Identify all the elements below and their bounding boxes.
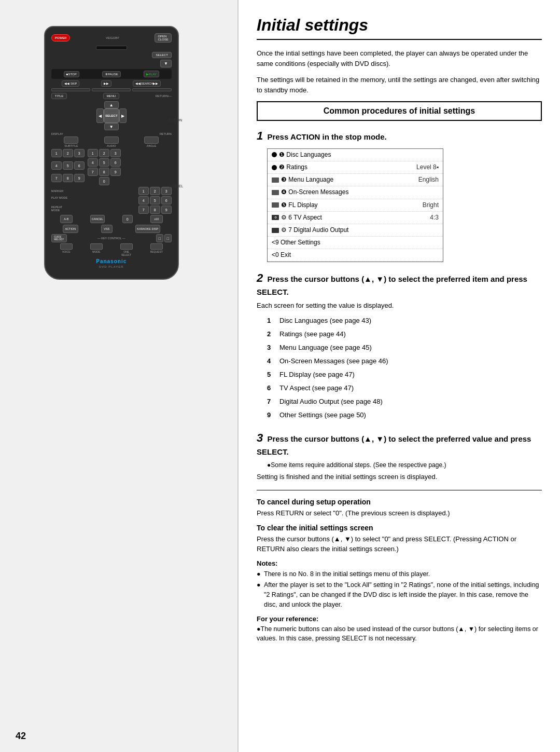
- power-button: POWER: [51, 34, 71, 42]
- guide-mem-row: GUIDEMELODY — KEY CONTROL — □ □: [51, 234, 172, 242]
- bullet-1: ●: [257, 569, 262, 579]
- bullet-2: ●: [257, 580, 262, 609]
- ge10-button: ≥10: [150, 215, 163, 223]
- list-num-3: 3: [267, 341, 275, 354]
- cancel-side-label: CANCEL: [169, 184, 183, 188]
- cancel-button: CANCEL: [90, 215, 105, 223]
- num-5-right: 5: [99, 158, 109, 167]
- action-row: ACTION VSS KARAOKE DISP: [51, 225, 172, 233]
- menu-label-fl: ❺ FL Display: [281, 200, 318, 210]
- list-text-9: Other Settings (see page 50): [279, 408, 366, 422]
- marker-1: 1: [138, 187, 149, 195]
- reference-title: For your reference:: [257, 615, 542, 623]
- select-top-button: SELECT: [152, 52, 171, 58]
- num-6-right: 6: [110, 158, 121, 167]
- repeat-9: 9: [161, 206, 172, 214]
- dpad-select: SELECT: [104, 108, 119, 123]
- key-ctrl-1: □: [156, 234, 163, 242]
- list-num-6: 6: [267, 381, 275, 395]
- list-text-1: Disc Languages (see page 43): [279, 314, 371, 327]
- cancel-title: To cancel during setup operation: [257, 498, 542, 506]
- list-item-7: 7 Digital Audio Output (see page 48): [267, 395, 542, 408]
- veg-code-label: VEG2287: [106, 36, 119, 39]
- menu-screen: ❶ Disc Languages ❷ Ratings Level 8▪ ❸ Me…: [267, 148, 443, 263]
- num-8-left: 8: [63, 174, 73, 182]
- menu-row-exit: <0 Exit: [268, 249, 443, 262]
- list-text-2: Ratings (see page 44): [279, 327, 346, 341]
- list-num-2: 2: [267, 327, 275, 341]
- menu-row-tv-aspect: ⚙ ⚙ 6 TV Aspect 4:3: [268, 212, 443, 224]
- left-panel: POWER VEG2287 OPENCLOSE SELECT ▼ ■STOP ⏸…: [0, 0, 239, 752]
- title-menu-row: TITLE MENU RETURN—: [51, 93, 172, 99]
- menu-row-onscreen: ❹ On-Screen Messages: [268, 186, 443, 199]
- list-num-9: 9: [267, 408, 275, 422]
- dpad: ▲ ◀ SELECT ▶ ▼: [51, 101, 172, 130]
- list-item-9: 9 Other Settings (see page 50): [267, 408, 542, 422]
- menu-row-disc-lang: ❶ Disc Languages: [268, 149, 443, 161]
- num-4-left: 4: [51, 161, 62, 170]
- key-ctrl-2: □: [164, 234, 172, 242]
- menu-label-menu-lang: ❸ Menu Language: [281, 175, 333, 185]
- menu-label-exit: <0 Exit: [272, 250, 291, 260]
- transport-row: ■STOP ⏸PAUSE ▶PLAY: [51, 69, 172, 79]
- vss-button: VSS: [101, 225, 113, 233]
- skip-back-button: ◀◀ SKIP: [62, 80, 79, 87]
- list-item-3: 3 Menu Language (see page 45): [267, 341, 542, 354]
- num-7-left: 7: [51, 174, 62, 182]
- num-3-left: 3: [74, 149, 85, 157]
- menu-value-menu-lang: English: [418, 175, 439, 185]
- num-0-right: 0: [99, 177, 109, 185]
- num-4-right: 4: [88, 158, 98, 167]
- num-2-right: 2: [99, 149, 109, 157]
- list-item-6: 6 TV Aspect (see page 47): [267, 381, 542, 395]
- num-6-left: 6: [74, 161, 85, 170]
- repeat-7: 7: [138, 206, 149, 214]
- clear-subsection: To clear the initial settings screen Pre…: [257, 524, 542, 554]
- step-2-number: 2: [257, 271, 263, 284]
- notes-body: ● There is no No. 8 in the initial setti…: [257, 569, 542, 610]
- step-3-header: 3 Press the cursor buttons (▲, ▼) to sel…: [257, 430, 542, 457]
- menu-row-digital-audio: ⚙ 7 Digital Audio Output: [268, 224, 443, 237]
- step-1-header: 1 Press ACTION in the stop mode.: [257, 128, 542, 144]
- return-label: RETURN—: [156, 94, 172, 98]
- playmode-label: PLAY MODE: [51, 196, 68, 204]
- karaoke-disp-button: KARAOKE DISP: [135, 225, 160, 233]
- right-panel: Initial settings Once the intial setting…: [239, 0, 560, 752]
- down-arrow-button: ▼: [160, 60, 172, 67]
- step-2: 2 Press the cursor buttons (▲, ▼) to sel…: [257, 270, 542, 421]
- voice-row: VOICE MODE ONESELECT REQUEST: [51, 243, 172, 256]
- divider-1: [257, 490, 542, 490]
- list-item-1: 1 Disc Languages (see page 43): [267, 314, 542, 327]
- open-close-button: OPENCLOSE: [155, 33, 171, 43]
- dpad-down: ▼: [104, 123, 119, 130]
- menu-label-digital-audio: ⚙ 7 Digital Audio Output: [281, 225, 348, 235]
- menu-label-other: <9 Other Settings: [272, 238, 320, 248]
- action-side-label: ACTION: [169, 118, 183, 122]
- list-text-3: Menu Language (see page 45): [279, 341, 372, 354]
- display-label: DISPLAY: [51, 132, 63, 135]
- menu-row-menu-lang: ❸ Menu Language English: [268, 174, 443, 186]
- repeat-8: 8: [150, 206, 160, 214]
- sub-audio-angle-row: SUBTITLE AUDIO ANGLE: [51, 136, 172, 147]
- dpad-right: ▶: [119, 108, 127, 123]
- remote-control: POWER VEG2287 OPENCLOSE SELECT ▼ ■STOP ⏸…: [44, 26, 179, 280]
- audio-label: AUDIO: [104, 144, 119, 147]
- num-1-right: 1: [88, 149, 98, 157]
- note-text-2: After the player is set to the "Lock All…: [264, 580, 542, 609]
- reference-section: For your reference: ●The numeric buttons…: [257, 615, 542, 644]
- clear-title: To clear the initial settings screen: [257, 524, 542, 532]
- cancel-body: Press RETURN or select "0". (The previou…: [257, 508, 542, 518]
- intro-text-2: The settings will be retained in the mem…: [257, 75, 542, 95]
- voice-label: VOICE: [60, 250, 73, 253]
- intro-text-1: Once the intial settings have been compl…: [257, 48, 542, 69]
- page-number: 42: [16, 731, 26, 742]
- menu-label-disc-lang: ❶ Disc Languages: [279, 150, 331, 160]
- menu-label-ratings: ❷ Ratings: [279, 162, 307, 172]
- playmode-5: 5: [150, 196, 160, 204]
- skip-forward-button: ▶▶: [101, 80, 111, 87]
- menu-label-tv-aspect: ⚙ 6 TV Aspect: [281, 213, 322, 223]
- list-num-5: 5: [267, 368, 275, 381]
- repeat-label: REPEATMODE: [51, 206, 63, 214]
- marker-3: 3: [161, 187, 172, 195]
- menu-label-onscreen: ❹ On-Screen Messages: [281, 187, 348, 197]
